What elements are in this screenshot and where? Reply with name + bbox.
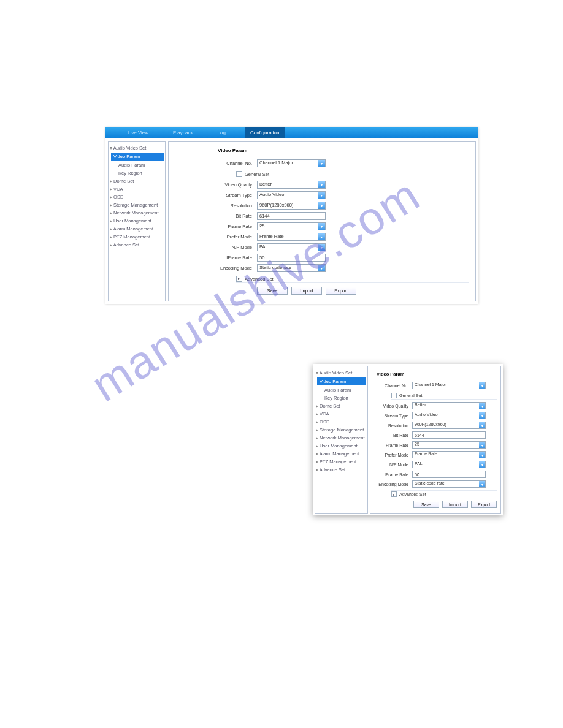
- chevron-down-icon: ▾: [479, 422, 485, 428]
- collapse-toggle-icon[interactable]: –: [236, 171, 242, 177]
- sidebar-item-osd[interactable]: OSD: [110, 193, 165, 201]
- sidebar-item-video-param[interactable]: Video Param: [111, 153, 164, 161]
- chevron-down-icon: ▾: [479, 382, 485, 389]
- chevron-down-icon: ▾: [318, 265, 325, 271]
- video-quality-select[interactable]: Better ▾: [412, 402, 486, 409]
- sidebar-item-vca[interactable]: VCA: [316, 410, 367, 418]
- export-button[interactable]: Export: [471, 501, 497, 508]
- resolution-label: Resolution: [175, 203, 257, 208]
- advanced-set-section[interactable]: ▸ Advanced Set: [391, 490, 497, 498]
- config-window-large: Live View Playback Log Configuration Aud…: [105, 127, 478, 304]
- sidebar-item-key-region[interactable]: Key Region: [316, 394, 367, 402]
- resolution-select[interactable]: 960P(1280x960) ▾: [412, 422, 486, 429]
- video-quality-label: Video Quality: [175, 182, 257, 188]
- sidebar-item-audio-video-set[interactable]: Audio Video Set: [110, 144, 165, 152]
- sidebar-item-storage-management[interactable]: Storage Management: [110, 201, 165, 209]
- sidebar-nav: Audio Video Set Video Param Audio Param …: [108, 141, 166, 301]
- chevron-down-icon: ▾: [318, 160, 325, 167]
- sidebar-item-alarm-management[interactable]: Alarm Management: [316, 450, 367, 458]
- prefer-mode-label: Prefer Mode: [175, 234, 257, 240]
- chevron-down-icon: ▾: [318, 181, 325, 188]
- encoding-mode-label: Encoding Mode: [374, 482, 412, 487]
- iframe-rate-input[interactable]: [412, 471, 486, 478]
- sidebar-item-audio-param[interactable]: Audio Param: [110, 161, 165, 169]
- stream-type-select[interactable]: Audio Video ▾: [412, 412, 486, 419]
- sidebar-nav-inset: Audio Video Set Video Param Audio Param …: [315, 366, 368, 514]
- chevron-down-icon: ▾: [318, 244, 325, 251]
- collapse-toggle-icon[interactable]: –: [391, 393, 397, 398]
- frame-rate-select[interactable]: 25 ▾: [412, 441, 486, 449]
- stream-type-select[interactable]: Audio Video ▾: [257, 191, 326, 199]
- chevron-down-icon: ▾: [318, 192, 325, 199]
- panel-title: Video Param: [374, 371, 497, 377]
- sidebar-item-vca[interactable]: VCA: [110, 185, 165, 193]
- tab-log[interactable]: Log: [213, 127, 231, 138]
- prefer-mode-label: Prefer Mode: [374, 453, 412, 457]
- sidebar-item-audio-param[interactable]: Audio Param: [316, 386, 367, 394]
- iframe-rate-input[interactable]: [257, 254, 326, 262]
- sidebar-item-advance-set[interactable]: Advance Set: [316, 466, 367, 474]
- chevron-down-icon: ▾: [479, 412, 485, 419]
- channel-no-label: Channel No.: [374, 384, 412, 388]
- chevron-down-icon: ▾: [479, 442, 485, 448]
- channel-no-select[interactable]: Channel 1 Major ▾: [412, 382, 486, 389]
- channel-no-select[interactable]: Channel 1 Major ▾: [257, 159, 326, 167]
- sidebar-item-alarm-management[interactable]: Alarm Management: [110, 225, 165, 233]
- chevron-down-icon: ▾: [318, 233, 325, 240]
- resolution-label: Resolution: [374, 423, 412, 428]
- bit-rate-input[interactable]: [257, 212, 326, 220]
- prefer-mode-select[interactable]: Frame Rate ▾: [257, 233, 326, 241]
- sidebar-item-ptz-management[interactable]: PTZ Management: [110, 233, 165, 241]
- chevron-down-icon: ▾: [318, 202, 325, 209]
- sidebar-item-audio-video-set[interactable]: Audio Video Set: [316, 369, 367, 377]
- np-mode-select[interactable]: PAL ▾: [257, 243, 326, 251]
- encoding-mode-label: Encoding Mode: [175, 265, 257, 271]
- sidebar-item-key-region[interactable]: Key Region: [110, 169, 165, 177]
- general-set-section[interactable]: – General Set: [391, 392, 497, 400]
- import-button[interactable]: Import: [442, 501, 468, 508]
- encoding-mode-select[interactable]: Static code rate ▾: [257, 264, 326, 272]
- chevron-down-icon: ▾: [479, 461, 485, 468]
- stream-type-label: Stream Type: [374, 414, 412, 418]
- tab-configuration[interactable]: Configuration: [245, 127, 285, 138]
- sidebar-item-dome-set[interactable]: Dome Set: [110, 177, 165, 185]
- bit-rate-label: Bit Rate: [374, 433, 412, 438]
- main-panel: Video Param Channel No. Channel 1 Major …: [168, 141, 476, 301]
- frame-rate-label: Frame Rate: [374, 443, 412, 447]
- sidebar-item-osd[interactable]: OSD: [316, 418, 367, 426]
- top-nav-bar: Live View Playback Log Configuration: [105, 127, 478, 138]
- bit-rate-label: Bit Rate: [175, 213, 257, 219]
- import-button[interactable]: Import: [291, 287, 322, 295]
- sidebar-item-network-management[interactable]: Network Management: [110, 209, 165, 217]
- frame-rate-label: Frame Rate: [175, 224, 257, 229]
- np-mode-select[interactable]: PAL ▾: [412, 461, 486, 468]
- sidebar-item-network-management[interactable]: Network Management: [316, 434, 367, 442]
- video-quality-select[interactable]: Better ▾: [257, 181, 326, 189]
- sidebar-item-video-param[interactable]: Video Param: [317, 377, 366, 385]
- np-mode-label: N/P Mode: [374, 463, 412, 467]
- expand-toggle-icon[interactable]: ▸: [391, 491, 397, 497]
- sidebar-item-user-management[interactable]: User Management: [110, 217, 165, 225]
- tab-live-view[interactable]: Live View: [123, 127, 153, 138]
- sidebar-item-advance-set[interactable]: Advance Set: [110, 241, 165, 249]
- expand-toggle-icon[interactable]: ▸: [236, 276, 242, 282]
- tab-playback[interactable]: Playback: [168, 127, 197, 138]
- chevron-down-icon: ▾: [318, 223, 325, 230]
- prefer-mode-select[interactable]: Frame Rate ▾: [412, 451, 486, 458]
- sidebar-item-user-management[interactable]: User Management: [316, 442, 367, 450]
- frame-rate-select[interactable]: 25 ▾: [257, 222, 326, 230]
- save-button[interactable]: Save: [413, 501, 439, 508]
- chevron-down-icon: ▾: [479, 481, 485, 487]
- np-mode-label: N/P Mode: [175, 245, 257, 250]
- sidebar-item-dome-set[interactable]: Dome Set: [316, 402, 367, 410]
- sidebar-item-storage-management[interactable]: Storage Management: [316, 426, 367, 434]
- general-set-section[interactable]: – General Set: [236, 170, 469, 178]
- advanced-set-section[interactable]: ▸ Advanced Set: [236, 275, 469, 283]
- main-panel-inset: Video Param Channel No. Channel 1 Major …: [370, 366, 501, 514]
- resolution-select[interactable]: 960P(1280x960) ▾: [257, 202, 326, 210]
- sidebar-item-ptz-management[interactable]: PTZ Management: [316, 458, 367, 466]
- export-button[interactable]: Export: [326, 287, 356, 295]
- bit-rate-input[interactable]: [412, 431, 486, 439]
- encoding-mode-select[interactable]: Static code rate ▾: [412, 480, 486, 488]
- save-button[interactable]: Save: [257, 287, 288, 295]
